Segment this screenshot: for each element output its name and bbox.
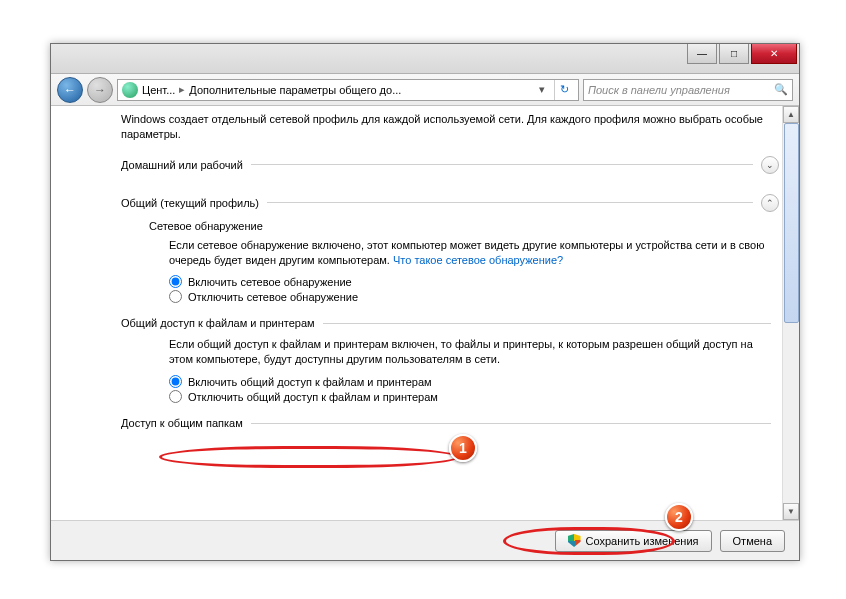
breadcrumb-item[interactable]: Цент...: [142, 84, 175, 96]
section-public-folders: Доступ к общим папкам: [149, 417, 779, 429]
breadcrumb-item[interactable]: Дополнительные параметры общего до...: [189, 84, 401, 96]
divider: [251, 164, 753, 165]
radio-discovery-on[interactable]: Включить сетевое обнаружение: [169, 275, 779, 288]
link-what-is-discovery[interactable]: Что такое сетевое обнаружение?: [393, 254, 563, 266]
subtitle-public-folders: Доступ к общим папкам: [121, 417, 243, 429]
shield-icon: [568, 534, 581, 547]
close-button[interactable]: ✕: [751, 44, 797, 64]
scroll-thumb[interactable]: [784, 123, 799, 323]
scroll-down-button[interactable]: ▼: [783, 503, 799, 520]
network-discovery-desc: Если сетевое обнаружение включено, этот …: [169, 238, 779, 268]
section-network-discovery: Сетевое обнаружение Если сетевое обнаруж…: [149, 220, 779, 304]
network-discovery-radios: Включить сетевое обнаружение Отключить с…: [169, 275, 779, 303]
address-bar[interactable]: Цент... ▸ Дополнительные параметры общег…: [117, 79, 579, 101]
search-input[interactable]: Поиск в панели управления 🔍: [583, 79, 793, 101]
content-area: Windows создает отдельный сетевой профил…: [51, 106, 799, 520]
radio-input[interactable]: [169, 390, 182, 403]
intro-text: Windows создает отдельный сетевой профил…: [121, 112, 779, 142]
address-dropdown-icon[interactable]: ▾: [534, 83, 550, 96]
scroll-up-button[interactable]: ▲: [783, 106, 799, 123]
radio-input[interactable]: [169, 275, 182, 288]
back-button[interactable]: ←: [57, 77, 83, 103]
radio-label: Отключить сетевое обнаружение: [188, 291, 358, 303]
breadcrumb-sep-icon: ▸: [179, 83, 185, 96]
maximize-button[interactable]: □: [719, 44, 749, 64]
radio-discovery-off[interactable]: Отключить сетевое обнаружение: [169, 290, 779, 303]
refresh-button[interactable]: ↻: [554, 80, 574, 100]
radio-file-sharing-on[interactable]: Включить общий доступ к файлам и принтер…: [169, 375, 779, 388]
radio-label: Включить общий доступ к файлам и принтер…: [188, 376, 432, 388]
radio-label: Отключить общий доступ к файлам и принте…: [188, 391, 438, 403]
control-panel-window: — □ ✕ ← → Цент... ▸ Дополнительные парам…: [50, 43, 800, 561]
expand-chevron-down-icon[interactable]: ⌄: [761, 156, 779, 174]
search-placeholder: Поиск в панели управления: [588, 84, 730, 96]
file-sharing-radios: Включить общий доступ к файлам и принтер…: [169, 375, 779, 403]
save-button[interactable]: Сохранить изменения: [555, 530, 712, 552]
divider: [251, 423, 771, 424]
forward-button: →: [87, 77, 113, 103]
titlebar: — □ ✕: [51, 44, 799, 74]
annotation-marker-1: 1: [449, 434, 477, 462]
divider: [267, 202, 753, 203]
navbar: ← → Цент... ▸ Дополнительные параметры о…: [51, 74, 799, 106]
profile-public-label: Общий (текущий профиль): [121, 197, 259, 209]
annotation-highlight-1: [159, 446, 459, 468]
minimize-button[interactable]: —: [687, 44, 717, 64]
divider: [323, 323, 771, 324]
profile-public: Общий (текущий профиль) ⌃: [121, 194, 779, 212]
search-icon[interactable]: 🔍: [774, 83, 788, 96]
file-sharing-desc: Если общий доступ к файлам и принтерам в…: [169, 337, 779, 367]
radio-label: Включить сетевое обнаружение: [188, 276, 352, 288]
network-icon: [122, 82, 138, 98]
profile-home-label: Домашний или рабочий: [121, 159, 243, 171]
save-button-label: Сохранить изменения: [586, 535, 699, 547]
vertical-scrollbar[interactable]: ▲ ▼: [782, 106, 799, 520]
subtitle-file-sharing: Общий доступ к файлам и принтерам: [121, 317, 315, 329]
section-file-sharing: Общий доступ к файлам и принтерам Если о…: [149, 317, 779, 403]
radio-file-sharing-off[interactable]: Отключить общий доступ к файлам и принте…: [169, 390, 779, 403]
collapse-chevron-up-icon[interactable]: ⌃: [761, 194, 779, 212]
cancel-button[interactable]: Отмена: [720, 530, 785, 552]
radio-input[interactable]: [169, 375, 182, 388]
radio-input[interactable]: [169, 290, 182, 303]
profile-home: Домашний или рабочий ⌄: [121, 156, 779, 174]
footer: 2 Сохранить изменения Отмена: [51, 520, 799, 560]
subtitle-network-discovery: Сетевое обнаружение: [149, 220, 779, 232]
